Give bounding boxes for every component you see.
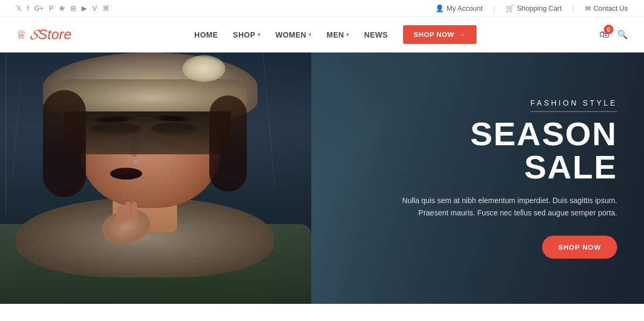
pinterest-icon[interactable]: P xyxy=(49,4,54,12)
shop-dropdown-arrow: ▾ xyxy=(258,32,261,38)
nav-women[interactable]: WOMEN ▾ xyxy=(275,31,311,39)
main-header: ♕ 𝓢Store HOME SHOP ▾ WOMEN ▾ MEN ▾ NEWS … xyxy=(0,17,644,53)
social-icons: 𝕏 f G+ P ❀ ⊞ ▶ V ⌘ xyxy=(16,4,109,12)
nav-news[interactable]: NEWS xyxy=(364,31,388,39)
youtube-icon[interactable]: ▶ xyxy=(82,4,87,12)
nav-men[interactable]: MEN ▾ xyxy=(326,31,349,39)
cart-badge: 0 xyxy=(604,25,613,34)
search-icon: 🔍 xyxy=(617,30,628,39)
separator-1: | xyxy=(493,5,495,12)
cart-icon-top: 🛒 xyxy=(506,4,514,12)
hero-title: SEASON SALE xyxy=(392,117,617,183)
account-label: My Account xyxy=(447,4,482,12)
logo-text: 𝓢Store xyxy=(30,26,71,43)
hero-cta-button[interactable]: SHOP NOW xyxy=(542,236,617,259)
men-dropdown-arrow: ▾ xyxy=(346,32,349,38)
women-dropdown-arrow: ▾ xyxy=(309,32,312,38)
google-plus-icon[interactable]: G+ xyxy=(34,4,44,12)
pinterest2-icon[interactable]: ❀ xyxy=(59,4,65,12)
main-navigation: HOME SHOP ▾ WOMEN ▾ MEN ▾ NEWS SHOP NOW … xyxy=(194,25,477,44)
separator-2: | xyxy=(573,5,574,12)
hero-description: Nulla quis sem at nibh elementum imperdi… xyxy=(392,194,617,220)
top-nav: 👤 My Account | 🛒 Shopping Cart | ✉ Conta… xyxy=(435,4,628,12)
shop-now-header-button[interactable]: SHOP NOW → xyxy=(403,25,477,44)
contact-icon: ✉ xyxy=(585,4,591,12)
search-button[interactable]: 🔍 xyxy=(617,29,628,40)
instagram-icon[interactable]: ⊞ xyxy=(70,4,76,12)
facebook-icon[interactable]: f xyxy=(27,4,29,12)
hero-content: FASHION STYLE SEASON SALE Nulla quis sem… xyxy=(392,98,617,259)
logo-icon: ♕ xyxy=(16,28,27,42)
twitter-icon[interactable]: 𝕏 xyxy=(16,4,21,12)
vine-icon[interactable]: V xyxy=(92,4,97,12)
contact-label: Contact Us xyxy=(594,4,628,12)
header-actions: 🛍 0 🔍 xyxy=(599,29,628,40)
my-account-link[interactable]: 👤 My Account xyxy=(435,4,482,12)
hero-section: FASHION STYLE SEASON SALE Nulla quis sem… xyxy=(0,53,644,304)
hero-subtitle: FASHION STYLE xyxy=(530,98,617,111)
nav-shop[interactable]: SHOP ▾ xyxy=(233,31,260,39)
shopping-cart-link[interactable]: 🛒 Shopping Cart xyxy=(506,4,561,12)
rss-icon[interactable]: ⌘ xyxy=(103,4,109,12)
cart-button[interactable]: 🛍 0 xyxy=(599,29,609,40)
account-icon: 👤 xyxy=(435,4,444,12)
nav-home[interactable]: HOME xyxy=(194,31,218,39)
arrow-icon: → xyxy=(459,31,466,39)
top-bar: 𝕏 f G+ P ❀ ⊞ ▶ V ⌘ 👤 My Account | 🛒 Shop… xyxy=(0,0,644,17)
logo[interactable]: ♕ 𝓢Store xyxy=(16,26,71,43)
cart-label: Shopping Cart xyxy=(517,4,561,12)
contact-us-link[interactable]: ✉ Contact Us xyxy=(585,4,628,12)
